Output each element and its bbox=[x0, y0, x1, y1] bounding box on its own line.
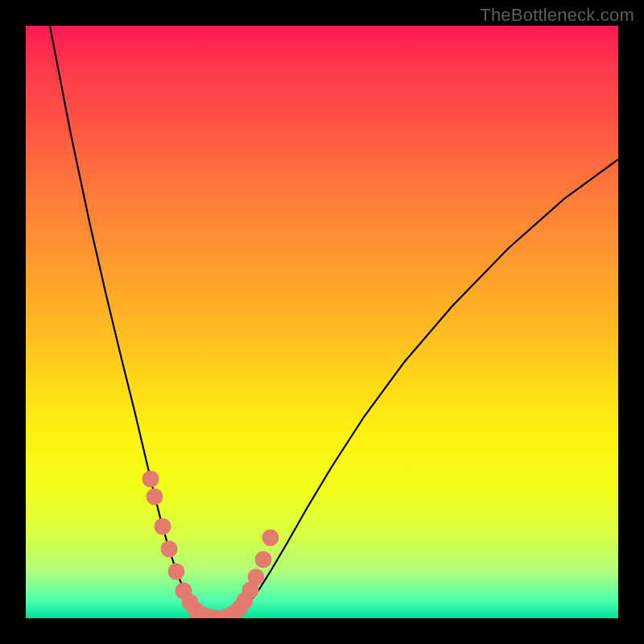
marker-dot bbox=[147, 489, 163, 506]
marker-dot bbox=[155, 518, 171, 535]
marker-dot bbox=[168, 564, 185, 580]
marker-dot bbox=[248, 569, 265, 586]
watermark-text: TheBottleneck.com bbox=[480, 5, 634, 26]
marker-dot bbox=[142, 471, 159, 488]
marker-dot bbox=[161, 541, 178, 558]
plot-area bbox=[26, 26, 618, 618]
curve-layer bbox=[26, 26, 618, 618]
bottleneck-curve bbox=[50, 26, 618, 618]
marker-dot bbox=[262, 530, 279, 547]
outer-frame: TheBottleneck.com bbox=[0, 0, 644, 644]
marker-dots-group bbox=[142, 471, 279, 619]
marker-dot bbox=[255, 551, 272, 568]
